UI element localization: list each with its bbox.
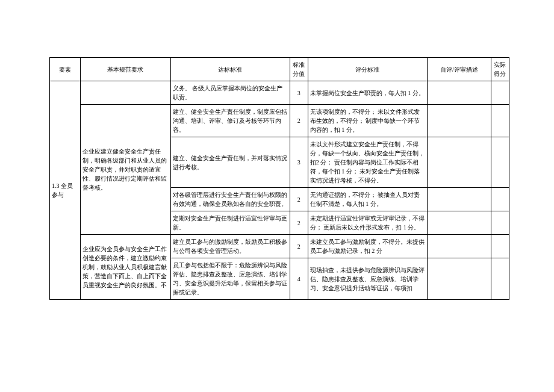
- cell-element: 1.3 全员参与: [50, 81, 81, 300]
- cell-score: 2: [290, 235, 308, 258]
- cell-score: 3: [290, 81, 308, 105]
- cell-basic: [80, 81, 170, 105]
- table-row: 企业应建立健全安全生产责任制，明确各级部门和从业人员的安全产职责，并对职责的适宜…: [50, 105, 509, 137]
- cell-review: [427, 211, 491, 235]
- cell-review: [427, 105, 491, 137]
- cell-criteria: 现场抽查，未提供参与危险源辨识与风险评估、隐患排查及整改、应急演练、培训学习、安…: [308, 258, 427, 300]
- cell-actual: [491, 81, 509, 105]
- header-review: 自评/评审描述: [427, 58, 491, 81]
- cell-review: [427, 258, 491, 300]
- cell-standard: 对各级管理层进行安全生产责任制与权限的有效沟通，确保全员熟知各自的安全职责。: [170, 188, 290, 211]
- cell-criteria: 未掌握岗位安全生产职责的，每人扣 1 分。: [308, 81, 427, 105]
- cell-standard: 建立、健全安全生产责任制度，制度应包括沟通、培训、评审、修订及考核等环节内容。: [170, 105, 290, 137]
- cell-score: 2: [290, 105, 308, 137]
- cell-actual: [491, 211, 509, 235]
- header-standard: 达标标准: [170, 58, 290, 81]
- cell-criteria: 未定期进行适宜性评审或无评审记录，不得分； 更新后未以文件形式发布，扣 1 分。: [308, 211, 427, 235]
- table-row: 企业应为全员参与安全生产工作创造必要的条件，建立激励约束机制，鼓励从业人员积极建…: [50, 235, 509, 258]
- header-criteria: 评分标准: [308, 58, 427, 81]
- cell-standard: 定期对安全生产责任制进行适宜性评审与更新。: [170, 211, 290, 235]
- table-row: 1.3 全员参与 义务。 各级人员应掌握本岗位的安全生产职责。 3 未掌握岗位安…: [50, 81, 509, 105]
- cell-score: 4: [290, 258, 308, 300]
- cell-actual: [491, 258, 509, 300]
- table-header-row: 要素 基本规范要求 达标标准 标准分值 评分标准 自评/评审描述 实际得分: [50, 58, 509, 81]
- cell-review: [427, 188, 491, 211]
- header-basic: 基本规范要求: [80, 58, 170, 81]
- header-score: 标准分值: [290, 58, 308, 81]
- cell-review: [427, 137, 491, 188]
- cell-actual: [491, 105, 509, 137]
- cell-criteria: 未建立员工参与激励制度，不得分。未提供员工参与激励记录，扣 2 分: [308, 235, 427, 258]
- cell-actual: [491, 235, 509, 258]
- cell-basic: 企业应建立健全安全生产责任制，明确各级部门和从业人员的安全产职责，并对职责的适宜…: [80, 105, 170, 235]
- cell-score: 2: [290, 188, 308, 211]
- cell-standard: 建立员工参与的激励制度，鼓励员工积极参与公司各项安全管理活动。: [170, 235, 290, 258]
- cell-criteria: 无沟通证据的，不得分； 被抽查人员对责任制不清楚，每人扣 1 分。: [308, 188, 427, 211]
- cell-standard: 员工参与包括但不限于：危险源辨识与风险评估、隐患排查及整改、应急演练、培训学习、…: [170, 258, 290, 300]
- cell-actual: [491, 188, 509, 211]
- cell-actual: [491, 137, 509, 188]
- cell-score: 3: [290, 137, 308, 188]
- cell-criteria: 未以文件形式建立安全生产责任制，不得分，每缺一个纵向、横向安全生产责任制，扣2 …: [308, 137, 427, 188]
- cell-score: 2: [290, 211, 308, 235]
- cell-review: [427, 235, 491, 258]
- cell-basic: 企业应为全员参与安全生产工作创造必要的条件，建立激励约束机制，鼓励从业人员积极建…: [80, 235, 170, 300]
- cell-standard: 义务。 各级人员应掌握本岗位的安全生产职责。: [170, 81, 290, 105]
- header-element: 要素: [50, 58, 81, 81]
- cell-standard: 建立、健全安全生产责任制，并对落实情况进行考核。: [170, 137, 290, 188]
- cell-criteria: 无该项制度的，不得分； 未以文件形式发布生效的，不得分； 制度中每缺一个环节内容…: [308, 105, 427, 137]
- header-actual: 实际得分: [491, 58, 509, 81]
- cell-review: [427, 81, 491, 105]
